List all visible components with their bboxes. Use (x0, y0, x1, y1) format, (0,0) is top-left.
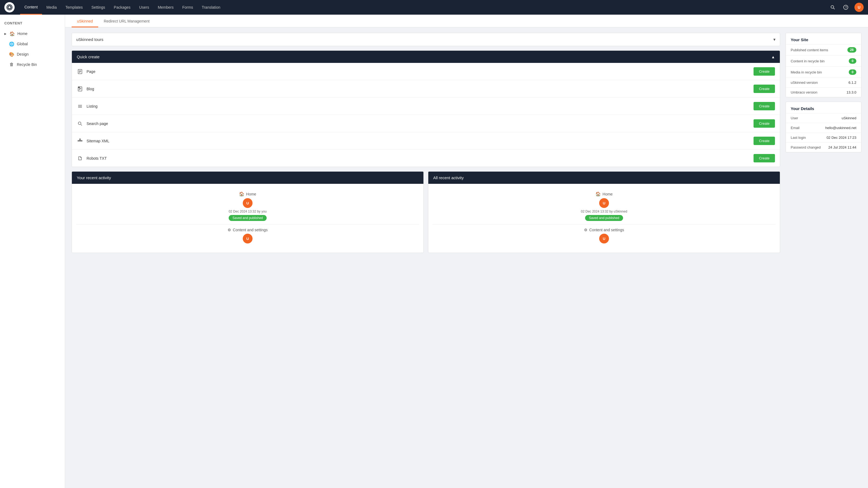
home-icon-1: 🏠 (239, 191, 244, 197)
nav-item-content[interactable]: Content (20, 0, 42, 14)
stat-published-label: Published content items (791, 48, 847, 52)
top-navigation: Content Media Templates Settings Package… (0, 0, 868, 14)
qc-label-robots: Robots TXT (87, 156, 750, 161)
quick-create-collapse-icon: ▲ (771, 55, 775, 59)
nav-item-users[interactable]: Users (135, 0, 154, 14)
quick-create-section: Quick create ▲ Pag (72, 51, 780, 167)
sidebar: Content ▶ 🏠 Home 🌐 Global 🎨 Design 🗑 Rec… (0, 14, 65, 488)
your-site-card: Your Site Published content items 28 Con… (785, 33, 862, 97)
sidebar-item-recycle-bin[interactable]: 🗑 Recycle Bin (0, 59, 65, 70)
your-activity-header: Your recent activity (72, 172, 424, 184)
listing-icon (77, 103, 83, 109)
svg-rect-14 (78, 87, 80, 88)
global-icon: 🌐 (9, 41, 14, 46)
main-content: uSkinned Redirect URL Management uSkinne… (65, 14, 868, 488)
search-page-icon (77, 120, 83, 127)
sidebar-item-design[interactable]: 🎨 Design (0, 49, 65, 59)
nav-item-members[interactable]: Members (154, 0, 178, 14)
qc-label-blog: Blog (87, 87, 750, 91)
your-content-settings-row: ⚙ Content and settings (76, 228, 419, 232)
create-robots-button[interactable]: Create (753, 154, 775, 162)
logo-icon (6, 4, 12, 10)
create-blog-button[interactable]: Create (753, 85, 775, 93)
your-activity-avatar-2: U (243, 234, 252, 243)
all-activity-status-1: Saved and published (585, 215, 623, 221)
qc-label-page: Page (87, 69, 750, 74)
stat-umbraco-value: 13.3.0 (846, 90, 856, 94)
stat-umbraco-label: Umbraco version (791, 90, 846, 94)
your-activity-section-2: Content and settings (233, 228, 268, 232)
create-page-button[interactable]: Create (753, 67, 775, 76)
your-site-title: Your Site (786, 33, 861, 44)
svg-line-19 (81, 124, 82, 126)
detail-user-label: User (791, 116, 842, 120)
qc-row-sitemap: Sitemap XML Create (72, 132, 780, 150)
site-select-value: uSkinned tours (76, 37, 103, 42)
all-recent-activity-card: All recent activity 🏠 Home U 02 Dec 2024… (428, 171, 780, 253)
sidebar-item-global[interactable]: 🌐 Global (0, 39, 65, 49)
your-details-card: Your Details User uSkinned Email hello@u… (785, 102, 862, 152)
qc-row-page: Page Create (72, 63, 780, 80)
create-listing-button[interactable]: Create (753, 102, 775, 110)
gear-icon-2: ⚙ (584, 228, 588, 232)
user-avatar[interactable]: U (855, 3, 864, 12)
qc-label-search: Search page (87, 122, 750, 126)
stat-published-value: 28 (847, 47, 856, 53)
site-select[interactable]: uSkinned tours ▾ (72, 33, 780, 46)
quick-create-title: Quick create (77, 55, 99, 59)
nav-item-settings[interactable]: Settings (87, 0, 110, 14)
detail-user: User uSkinned (786, 113, 861, 123)
qc-row-search: Search page Create (72, 115, 780, 132)
stat-umbraco-version: Umbraco version 13.3.0 (786, 88, 861, 97)
create-sitemap-button[interactable]: Create (753, 137, 775, 145)
create-search-button[interactable]: Create (753, 119, 775, 128)
svg-point-2 (831, 6, 834, 8)
your-activity-item-2: ⚙ Content and settings U (76, 225, 419, 248)
your-activity-body: 🏠 Home U 02 Dec 2024 13:32 by you Saved … (72, 184, 424, 253)
detail-email-value: hello@uskinned.net (826, 126, 856, 130)
all-content-settings-row: ⚙ Content and settings (433, 228, 775, 232)
detail-last-login-value: 02 Dec 2024 17:23 (827, 135, 856, 140)
stat-media-recycle-value: 0 (849, 69, 856, 75)
all-activity-section-2: Content and settings (589, 228, 624, 232)
qc-row-blog: Blog Create (72, 80, 780, 98)
nav-item-media[interactable]: Media (42, 0, 61, 14)
your-recent-activity-card: Your recent activity 🏠 Home U 02 Dec 202… (72, 171, 424, 253)
logo[interactable] (4, 2, 14, 12)
help-icon[interactable]: ? (841, 3, 850, 12)
all-activity-item-2: ⚙ Content and settings U (433, 225, 775, 248)
recycle-bin-icon: 🗑 (9, 62, 14, 67)
all-activity-avatar-2: U (599, 234, 609, 243)
content-area: uSkinned tours ▾ Quick create ▲ (65, 27, 868, 258)
stat-content-recycle: Content in recycle bin 0 (786, 56, 861, 67)
sidebar-title: Content (0, 19, 65, 29)
your-activity-meta-1: 02 Dec 2024 13:32 by you (76, 209, 419, 214)
site-select-chevron: ▾ (773, 37, 775, 42)
stat-media-recycle: Media in recycle bin 0 (786, 67, 861, 78)
stat-content-recycle-value: 0 (849, 58, 856, 64)
detail-password-label: Password changed (791, 145, 828, 150)
all-activity-header: All recent activity (428, 172, 780, 184)
nav-item-packages[interactable]: Packages (110, 0, 135, 14)
nav-item-forms[interactable]: Forms (178, 0, 197, 14)
detail-password-value: 24 Jul 2024 11:44 (828, 145, 856, 150)
blog-icon (77, 86, 83, 92)
nav-item-templates[interactable]: Templates (61, 0, 87, 14)
nav-item-translation[interactable]: Translation (197, 0, 225, 14)
all-activity-meta-1: 02 Dec 2024 13:32 by uSkinned (433, 209, 775, 214)
tab-redirect-url[interactable]: Redirect URL Management (98, 14, 155, 27)
sidebar-item-home[interactable]: ▶ 🏠 Home (0, 29, 65, 39)
left-panel: uSkinned tours ▾ Quick create ▲ (72, 33, 780, 253)
all-activity-body: 🏠 Home U 02 Dec 2024 13:32 by uSkinned S… (428, 184, 780, 253)
robots-icon (77, 155, 83, 162)
sidebar-label-recycle: Recycle Bin (17, 62, 37, 67)
qc-label-sitemap: Sitemap XML (87, 139, 750, 143)
main-layout: Content ▶ 🏠 Home 🌐 Global 🎨 Design 🗑 Rec… (0, 14, 868, 488)
detail-last-login: Last login 02 Dec 2024 17:23 (786, 133, 861, 142)
search-icon[interactable] (828, 3, 837, 12)
all-activity-item-1: 🏠 Home U 02 Dec 2024 13:32 by uSkinned S… (433, 188, 775, 225)
tab-uskinned[interactable]: uSkinned (72, 14, 98, 27)
quick-create-header[interactable]: Quick create ▲ (72, 51, 780, 63)
svg-point-1 (8, 6, 10, 8)
stat-content-recycle-label: Content in recycle bin (791, 59, 849, 63)
